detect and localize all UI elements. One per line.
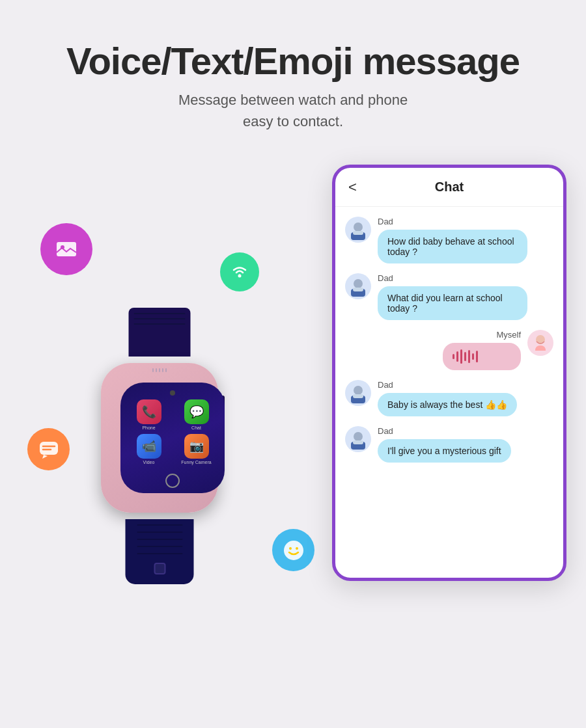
chat-title: Chat [435,180,464,195]
page-subtitle: Message between watch and phone easy to … [0,89,586,132]
svg-rect-21 [353,440,363,444]
message-row: Dad I'll give you a mysterious gift [345,426,553,463]
avatar [345,217,371,243]
avatar [345,426,371,452]
message-bubble: Baby is always the best 👍👍 [378,393,517,416]
message-row: Dad What did you learn at school today ? [345,273,553,320]
svg-point-12 [354,279,363,288]
image-message-icon [40,223,92,275]
voice-message-bubble [443,343,521,370]
svg-rect-14 [353,288,363,291]
back-button[interactable]: < [348,179,357,196]
page-header: Voice/Text/Emoji message Message between… [0,0,586,132]
watch-illustration: 📞 Phone 💬 Chat 📹 Video 📷 [36,278,283,597]
message-row-myself: Myself [345,330,553,370]
message-bubble: I'll give you a mysterious gift [378,439,511,463]
message-sender: Dad [378,426,511,436]
message-content: Dad I'll give you a mysterious gift [378,426,511,463]
svg-point-2 [238,275,242,278]
message-content: Myself [443,330,521,370]
chat-messages-list: Dad How did baby behave at school today … [335,207,563,578]
svg-rect-18 [353,394,363,398]
avatar [345,273,371,299]
svg-point-7 [289,547,292,550]
message-sender: Dad [378,380,517,390]
message-bubble: How did baby behave at school today ? [378,230,527,263]
svg-point-6 [284,541,303,560]
message-content: Dad How did baby behave at school today … [378,217,527,263]
message-content: Dad Baby is always the best 👍👍 [378,380,517,416]
svg-point-19 [354,432,363,441]
chat-header: < Chat [335,168,563,207]
message-sender: Dad [378,217,527,226]
svg-rect-11 [353,231,363,235]
message-sender: Dad [378,273,527,283]
avatar-myself [527,330,553,356]
message-row: Dad How did baby behave at school today … [345,217,553,263]
message-bubble: What did you learn at school today ? [378,286,527,320]
svg-point-16 [354,386,363,395]
svg-point-9 [354,222,363,232]
avatar [345,380,371,406]
message-content: Dad What did you learn at school today ? [378,273,527,320]
svg-point-8 [296,547,298,550]
content-area: 📞 Phone 💬 Chat 📹 Video 📷 [0,158,586,646]
phone-chat-ui: < Chat Dad How did baby behave at school… [332,165,566,581]
voice-waves [453,349,478,364]
message-row: Dad Baby is always the best 👍👍 [345,380,553,416]
page-title: Voice/Text/Emoji message [0,39,586,83]
message-sender: Myself [443,330,521,340]
